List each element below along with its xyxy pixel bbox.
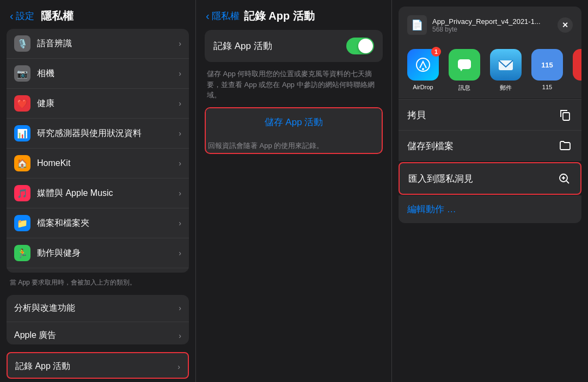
files-icon: 📁: [14, 215, 30, 231]
mail-label: 郵件: [500, 84, 512, 92]
save-activity-button[interactable]: 儲存 App 活動: [206, 108, 382, 136]
middle-panel: ‹ 隱私權 記錄 App 活動 記錄 App 活動 儲存 App 何時取用您的位…: [196, 0, 392, 382]
app115-label: 115: [542, 84, 552, 90]
record-toggle[interactable]: [346, 38, 374, 54]
import-icon: [556, 171, 572, 186]
svg-point-1: [422, 68, 424, 70]
chevron-icon: ›: [179, 304, 181, 312]
save-activity-sub: 回報資訊會隨著 App 的使用來記錄。: [206, 136, 382, 153]
share-app-mail[interactable]: 郵件: [490, 49, 522, 92]
voice-icon: 🎙️: [14, 35, 30, 52]
section-note: 當 App 要求取用時，會被加入上方的類別。: [0, 276, 195, 291]
back-label: 設定: [16, 10, 34, 22]
chevron-icon: ›: [177, 362, 180, 371]
share-app-messages[interactable]: 訊息: [449, 49, 480, 92]
media-icon: 🎵: [14, 185, 30, 201]
messages-label: 訊息: [458, 84, 470, 92]
share-apps-row: 1 AirDrop 訊息 郵件 115: [399, 40, 581, 98]
share-actions: 拷貝 儲存到檔案: [399, 99, 581, 161]
chevron-icon: ›: [179, 189, 181, 198]
close-share-button[interactable]: ✕: [558, 17, 573, 33]
menu-label-research: 研究感測器與使用狀況資料: [37, 128, 172, 139]
record-app-activity-highlighted[interactable]: 記錄 App 活動 ›: [7, 352, 189, 379]
messages-icon: [449, 49, 480, 81]
menu-item-media[interactable]: 🎵 媒體與 Apple Music ›: [7, 178, 189, 208]
menu-item-files[interactable]: 📁 檔案和檔案夾 ›: [7, 208, 189, 238]
mail-icon: [490, 49, 522, 81]
share-app-airdrop[interactable]: 1 AirDrop: [407, 49, 439, 92]
health-icon: ❤️: [14, 95, 30, 112]
menu-label-record-app: 記錄 App 活動: [15, 361, 171, 372]
airdrop-badge: 1: [431, 47, 441, 57]
airdrop-icon: 1: [407, 49, 439, 81]
file-size: 568 byte: [432, 26, 541, 33]
menu-item-camera[interactable]: 📷 相機 ›: [7, 59, 189, 89]
share-app-115[interactable]: 115 115: [531, 49, 563, 92]
save-activity-label: 儲存 App 活動: [265, 117, 323, 127]
menu-label-apple-ads: Apple 廣告: [14, 330, 172, 341]
camera-icon: 📷: [14, 65, 30, 82]
menu-label-voice: 語音辨識: [37, 38, 172, 50]
menu-label-analytics: 分析與改進功能: [14, 303, 172, 314]
share-sheet-header: 📄 App_Privacy_Report_v4_2021-1... 568 by…: [399, 7, 581, 40]
chevron-icon: ›: [179, 249, 181, 257]
menu-item-homekit[interactable]: 🏠 HomeKit ›: [7, 149, 189, 178]
left-panel-title: 隱私權: [41, 9, 74, 23]
save-files-action-row[interactable]: 儲存到檔案: [399, 131, 581, 161]
chevron-icon: ›: [179, 331, 181, 340]
left-panel: ‹ 設定 隱私權 🎙️ 語音辨識 › 📷 相機 › ❤️ 健康 › 📊 研究感測…: [0, 0, 196, 382]
menu-item-focus[interactable]: 🌙 專注模式 ›: [7, 268, 189, 273]
menu-item-research[interactable]: 📊 研究感測器與使用狀況資料 ›: [7, 119, 189, 149]
chevron-icon: ›: [179, 219, 181, 227]
privacy-menu-list: 🎙️ 語音辨識 › 📷 相機 › ❤️ 健康 › 📊 研究感測器與使用狀況資料 …: [7, 29, 189, 273]
menu-label-camera: 相機: [37, 68, 172, 79]
record-description: 儲存 App 何時取用您的位置或麥克風等資料的七天摘要，並查看 App 或您在 …: [205, 66, 383, 107]
back-to-privacy[interactable]: ‹ 隱私權: [206, 10, 240, 22]
chevron-icon: ›: [179, 69, 181, 78]
file-icon: 📄: [407, 15, 427, 35]
save-activity-highlighted-box: 儲存 App 活動 回報資訊會隨著 App 的使用來記錄。: [205, 107, 383, 155]
menu-item-analytics[interactable]: 分析與改進功能 ›: [7, 295, 189, 322]
left-header: ‹ 設定 隱私權: [0, 0, 195, 29]
menu-item-record-app[interactable]: 記錄 App 活動 ›: [8, 353, 188, 379]
svg-rect-2: [458, 59, 471, 69]
record-app-toggle-row[interactable]: 記錄 App 活動: [205, 30, 383, 62]
menu-label-health: 健康: [37, 98, 172, 109]
airdrop-label: AirDrop: [413, 84, 433, 90]
back-chevron-icon: ‹: [10, 10, 14, 22]
chevron-icon: ›: [179, 99, 181, 108]
edit-actions-row[interactable]: 編輯動作 …: [399, 195, 581, 223]
homekit-icon: 🏠: [14, 155, 30, 171]
back-to-settings[interactable]: ‹ 設定: [10, 10, 34, 22]
app115-icon: 115: [531, 49, 563, 81]
menu-item-health[interactable]: ❤️ 健康 ›: [7, 89, 189, 119]
copy-action-row[interactable]: 拷貝: [399, 100, 581, 131]
save-files-label: 儲存到檔案: [407, 140, 454, 152]
save-files-icon: [558, 138, 573, 153]
toggle-label: 記錄 App 活動: [213, 40, 272, 52]
share-app-bai[interactable]: 百 百…: [573, 49, 581, 92]
svg-line-7: [567, 181, 569, 184]
mid-header: ‹ 隱私權 記錄 App 活動: [196, 0, 391, 30]
research-icon: 📊: [14, 125, 30, 141]
back-chevron-icon: ‹: [206, 10, 210, 22]
svg-rect-5: [563, 113, 569, 120]
menu-label-homekit: HomeKit: [37, 158, 172, 168]
menu-item-motion[interactable]: 🏃 動作與健身 ›: [7, 238, 189, 268]
menu-item-apple-ads[interactable]: Apple 廣告 ›: [7, 322, 189, 344]
chevron-icon: ›: [179, 39, 181, 48]
mid-panel-title: 記錄 App 活動: [244, 9, 315, 23]
edit-actions-label: 編輯動作 …: [407, 204, 456, 214]
menu-item-voice[interactable]: 🎙️ 語音辨識 ›: [7, 29, 189, 59]
app115-text: 115: [541, 61, 553, 69]
menu-label-motion: 動作與健身: [37, 248, 172, 259]
file-details: App_Privacy_Report_v4_2021-1... 568 byte: [432, 17, 541, 33]
chevron-icon: ›: [179, 129, 181, 138]
import-privacy-row-highlighted[interactable]: 匯入到隱私洞見: [399, 162, 581, 195]
file-name: App_Privacy_Report_v4_2021-1...: [432, 17, 541, 26]
bottom-menu-list: 分析與改進功能 › Apple 廣告 ›: [7, 295, 189, 344]
menu-label-files: 檔案和檔案夾: [37, 218, 172, 229]
mid-content: 記錄 App 活動 儲存 App 何時取用您的位置或麥克風等資料的七天摘要，並查…: [196, 30, 391, 382]
copy-icon: [558, 107, 573, 122]
menu-label-media: 媒體與 Apple Music: [37, 188, 172, 199]
